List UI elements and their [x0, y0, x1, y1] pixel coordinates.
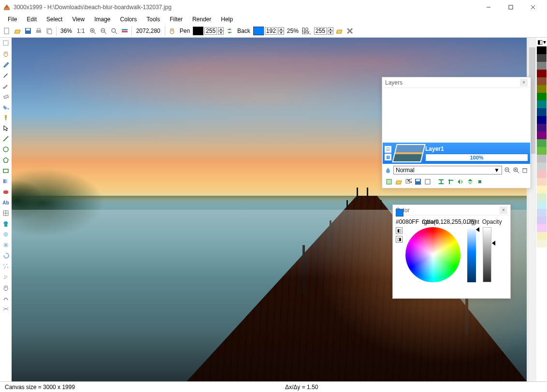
spray-icon[interactable]: [1, 273, 10, 281]
pen-value[interactable]: 255: [204, 27, 217, 35]
roundrect-icon[interactable]: [1, 188, 10, 196]
pencil-icon[interactable]: [1, 71, 10, 79]
back-spinner[interactable]: ▲▼: [278, 27, 284, 35]
layers-panel[interactable]: Layers × ☑ ▦ Layer1 100% Normal▼: [382, 77, 531, 189]
notex-value[interactable]: 255: [314, 27, 327, 35]
palette-swatch[interactable]: [537, 54, 547, 62]
palette-swatch[interactable]: [537, 131, 547, 139]
cancel-icon[interactable]: [345, 26, 355, 36]
close-button[interactable]: [522, 0, 544, 15]
color-wheel[interactable]: [405, 227, 461, 282]
new-icon[interactable]: [2, 26, 12, 36]
layer-props-icon[interactable]: [423, 177, 432, 186]
noise-icon[interactable]: [1, 262, 10, 271]
palette-swatch[interactable]: [537, 46, 547, 54]
gradient-icon[interactable]: [1, 177, 10, 186]
layer-zoomout-icon[interactable]: [504, 167, 511, 174]
menu-render[interactable]: Render: [187, 15, 216, 24]
tshirt-icon[interactable]: [1, 219, 10, 228]
text-icon[interactable]: Ab: [1, 198, 10, 207]
line-icon[interactable]: [1, 134, 10, 143]
pin-icon[interactable]: [1, 113, 10, 122]
grid-icon[interactable]: [1, 209, 10, 218]
droplet-icon[interactable]: [385, 167, 391, 174]
layer-opacity[interactable]: 100%: [425, 154, 528, 161]
palette-swatch[interactable]: [537, 217, 547, 224]
palette-swatch[interactable]: [537, 116, 547, 124]
layer-center-icon[interactable]: [475, 177, 484, 186]
opacity-value[interactable]: 25%: [285, 28, 301, 34]
notex-icon[interactable]: no tex.: [302, 26, 313, 36]
menu-tools[interactable]: Tools: [142, 15, 165, 24]
palette-swatch[interactable]: [537, 193, 547, 201]
palette-swatch[interactable]: [537, 101, 547, 108]
palette-swatch[interactable]: [537, 178, 547, 186]
layer-zoomin-icon[interactable]: [513, 167, 519, 174]
color-panel[interactable]: Color × Colors Light Opacity ◧ ◨ #0080FF…: [392, 204, 511, 299]
palette-swatch[interactable]: [537, 186, 547, 193]
layer-merge-icon[interactable]: [437, 177, 446, 186]
one-to-one-button[interactable]: 1:1: [75, 28, 87, 34]
pan-icon[interactable]: [167, 26, 177, 36]
menu-colors[interactable]: Colors: [115, 15, 142, 24]
layer-new-icon[interactable]: [385, 177, 393, 186]
open-icon[interactable]: [13, 26, 22, 36]
palette-swatch[interactable]: [537, 108, 547, 116]
palette-swatch[interactable]: [537, 124, 547, 131]
zoom-value[interactable]: 36%: [58, 28, 74, 34]
rect-icon[interactable]: [1, 166, 10, 175]
layer-name[interactable]: Layer1: [425, 145, 528, 152]
layer-trash-icon[interactable]: [521, 167, 528, 174]
palette-header-icon[interactable]: ◧▾: [537, 39, 547, 45]
layers-toggle-icon[interactable]: [120, 26, 130, 36]
palette-swatch[interactable]: [537, 232, 547, 240]
burst-icon[interactable]: [1, 241, 10, 249]
palette-swatch[interactable]: [537, 70, 547, 77]
layer-open-icon[interactable]: [394, 177, 403, 186]
opacity-slider[interactable]: [483, 227, 491, 282]
pen-color-swatch[interactable]: [193, 27, 203, 35]
palette-swatch[interactable]: [537, 162, 547, 170]
light-slider[interactable]: [467, 227, 476, 282]
save-icon[interactable]: [23, 26, 33, 36]
back-color-swatch[interactable]: [253, 27, 264, 35]
palette-swatch[interactable]: [537, 209, 547, 217]
zoom-fit-icon[interactable]: [109, 26, 119, 36]
zoom-in-icon[interactable]: [88, 26, 98, 36]
layer-visible-icon[interactable]: ☑: [385, 146, 391, 153]
menu-file[interactable]: File: [3, 15, 22, 24]
warp-icon[interactable]: [1, 305, 10, 313]
light-handle-icon[interactable]: [476, 227, 479, 232]
layer-grid-icon[interactable]: ▦: [385, 154, 391, 160]
palette-swatch[interactable]: [537, 240, 547, 247]
menu-image[interactable]: Image: [89, 15, 115, 24]
polygon-icon[interactable]: [1, 156, 10, 164]
brush-icon[interactable]: [1, 81, 10, 90]
palette-swatch[interactable]: [537, 77, 547, 85]
palette-swatch[interactable]: [537, 247, 547, 255]
swirl-icon[interactable]: [1, 251, 10, 260]
color-mode2-icon[interactable]: ◨: [396, 236, 403, 243]
palette-swatch[interactable]: [537, 93, 547, 101]
copy-icon[interactable]: [44, 26, 54, 36]
minimize-button[interactable]: [477, 0, 500, 15]
layer-thumbnail[interactable]: [392, 144, 425, 162]
palette-swatch[interactable]: [537, 170, 547, 178]
palette-swatch[interactable]: [537, 62, 547, 70]
swap-colors-icon[interactable]: [225, 26, 234, 36]
palette-swatch[interactable]: [537, 224, 547, 232]
palette-swatch[interactable]: [537, 85, 547, 93]
menu-edit[interactable]: Edit: [22, 15, 42, 24]
menu-select[interactable]: Select: [42, 15, 67, 24]
palette-swatch[interactable]: [537, 201, 547, 209]
current-color-swatch[interactable]: [396, 209, 403, 217]
pointer-icon[interactable]: [1, 124, 10, 132]
menu-view[interactable]: View: [67, 15, 89, 24]
selection-icon[interactable]: [1, 39, 10, 47]
layer-save-icon[interactable]: [414, 177, 422, 186]
hand-icon[interactable]: [1, 49, 10, 58]
layers-close-icon[interactable]: ×: [520, 79, 528, 87]
palette-swatch[interactable]: [537, 155, 547, 162]
layer-row[interactable]: ☑ ▦ Layer1 100%: [383, 143, 530, 164]
blur-icon[interactable]: [1, 230, 10, 239]
